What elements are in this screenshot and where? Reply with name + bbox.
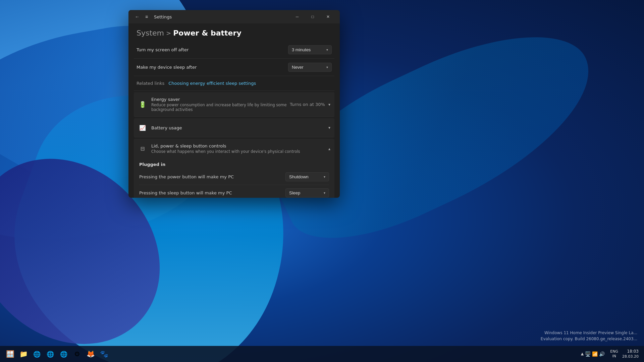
system-tray[interactable]: ▲ 🖥️ 📶 🔊 — [578, 350, 607, 358]
back-button[interactable]: ← — [132, 12, 142, 21]
energy-saver-subtitle: Reduce power consumption and increase ba… — [151, 103, 290, 112]
taskbar-left: 🪟 📁 🌐 🌐 🌐 ⚙️ 🦊 🐾 — [4, 348, 110, 360]
settings-window: ← ≡ Settings ─ □ ✕ System > Power & batt… — [128, 10, 340, 198]
taskbar-icon-browser1[interactable]: 🌐 — [31, 348, 43, 360]
taskbar-right: ▲ 🖥️ 📶 🔊 ENGIN 18:03 28.03.20 — [578, 349, 640, 359]
lid-controls-subtitle: Choose what happens when you interact wi… — [151, 149, 328, 154]
window-controls: ─ □ ✕ — [289, 11, 336, 22]
sleep-button-dropdown[interactable]: Sleep ▾ — [285, 188, 329, 197]
close-button[interactable]: ✕ — [320, 11, 336, 22]
screen-off-value: 3 minutes — [292, 47, 311, 52]
taskbar-icon-files[interactable]: 📁 — [17, 348, 30, 360]
power-button-row: Pressing the power button will make my P… — [139, 169, 329, 185]
tray-volume-icon: 🔊 — [599, 351, 605, 357]
sleep-button-label: Pressing the sleep button will make my P… — [139, 190, 232, 195]
taskbar-icon-browser2[interactable]: 🌐 — [44, 348, 56, 360]
power-button-value: Shutdown — [289, 174, 309, 179]
breadcrumb: System > Power & battery — [137, 29, 332, 37]
taskbar-icon-settings[interactable]: ⚙️ — [71, 348, 83, 360]
language-block[interactable]: ENGIN — [610, 349, 618, 359]
sleep-label: Make my device sleep after — [137, 65, 197, 70]
window-title: Settings — [154, 14, 289, 19]
lid-controls-right: ▴ — [328, 146, 330, 151]
breadcrumb-current: Power & battery — [173, 29, 241, 37]
taskbar: 🪟 📁 🌐 🌐 🌐 ⚙️ 🦊 🐾 ▲ 🖥️ 📶 🔊 ENGIN 18:03 28… — [0, 346, 644, 362]
sleep-value: Never — [292, 65, 304, 70]
menu-button[interactable]: ≡ — [142, 12, 151, 21]
breadcrumb-system[interactable]: System — [137, 29, 164, 37]
energy-saver-section: 🔋 Energy saver Reduce power consumption … — [134, 92, 334, 117]
sleep-button-row: Pressing the sleep button will make my P… — [139, 185, 329, 198]
battery-usage-section[interactable]: 📈 Battery usage ▾ — [134, 118, 334, 137]
clock[interactable]: 18:03 28.03.20 — [621, 349, 640, 359]
lid-controls-header[interactable]: ⊟ Lid, power & sleep button controls Cho… — [134, 139, 334, 159]
battery-usage-chevron: ▾ — [328, 125, 330, 130]
battery-usage-content: Battery usage — [151, 125, 328, 130]
screen-off-dropdown[interactable]: 3 minutes ▾ — [288, 45, 332, 54]
power-button-arrow: ▾ — [324, 175, 325, 179]
battery-usage-title: Battery usage — [151, 125, 328, 130]
power-button-label: Pressing the power button will make my P… — [139, 174, 234, 179]
energy-sleep-link[interactable]: Choosing energy efficient sleep settings — [168, 81, 256, 86]
tray-wifi-icon: 📶 — [592, 351, 598, 357]
page-header: System > Power & battery — [128, 23, 340, 41]
sleep-dropdown[interactable]: Never ▾ — [288, 63, 332, 72]
power-button-dropdown[interactable]: Shutdown ▾ — [285, 172, 329, 181]
lid-controls-body: Plugged in Pressing the power button wil… — [134, 159, 334, 198]
clock-date: 28.03.20 — [622, 354, 639, 359]
tray-network-icon: 🖥️ — [585, 351, 591, 357]
taskbar-icon-app[interactable]: 🐾 — [98, 348, 110, 360]
screen-off-arrow: ▾ — [326, 48, 328, 52]
taskbar-icon-browser3[interactable]: 🌐 — [58, 348, 70, 360]
settings-content: Turn my screen off after 3 minutes ▾ Mak… — [128, 41, 340, 198]
plugged-in-label: Plugged in — [139, 159, 329, 169]
taskbar-icon-windows[interactable]: 🪟 — [4, 348, 16, 360]
lid-controls-section: ⊟ Lid, power & sleep button controls Cho… — [134, 139, 334, 198]
energy-saver-right: Turns on at 30% ▾ — [290, 102, 330, 107]
energy-saver-title: Energy saver — [151, 97, 290, 102]
battery-usage-icon: 📈 — [138, 123, 147, 132]
lid-controls-content: Lid, power & sleep button controls Choos… — [151, 143, 328, 154]
energy-saver-icon: 🔋 — [138, 100, 147, 109]
watermark: Windows 11 Home Insider Preview Single L… — [541, 330, 637, 342]
energy-saver-header[interactable]: 🔋 Energy saver Reduce power consumption … — [134, 92, 334, 117]
language-label: ENGIN — [610, 349, 618, 359]
lid-controls-title: Lid, power & sleep button controls — [151, 143, 328, 148]
sleep-row: Make my device sleep after Never ▾ — [134, 59, 334, 76]
related-links-row: Related links Choosing energy efficient … — [134, 76, 334, 91]
energy-saver-content: Energy saver Reduce power consumption an… — [151, 97, 290, 112]
breadcrumb-separator: > — [166, 29, 171, 37]
energy-saver-value: Turns on at 30% — [290, 102, 325, 107]
lid-controls-chevron: ▴ — [328, 146, 330, 151]
sleep-button-value: Sleep — [289, 190, 300, 195]
related-links-label: Related links — [137, 81, 164, 86]
title-bar: ← ≡ Settings ─ □ ✕ — [128, 10, 340, 23]
clock-time: 18:03 — [627, 349, 639, 354]
screen-off-label: Turn my screen off after — [137, 47, 189, 52]
taskbar-icon-edge[interactable]: 🦊 — [85, 348, 97, 360]
tray-arrow: ▲ — [581, 352, 584, 356]
screen-off-row: Turn my screen off after 3 minutes ▾ — [134, 41, 334, 59]
sleep-button-arrow: ▾ — [324, 191, 325, 195]
sleep-arrow: ▾ — [326, 65, 328, 69]
battery-usage-right: ▾ — [328, 125, 330, 130]
maximize-button[interactable]: □ — [305, 11, 320, 22]
energy-saver-chevron: ▾ — [328, 102, 330, 107]
lid-controls-icon: ⊟ — [138, 144, 147, 154]
minimize-button[interactable]: ─ — [289, 11, 305, 22]
